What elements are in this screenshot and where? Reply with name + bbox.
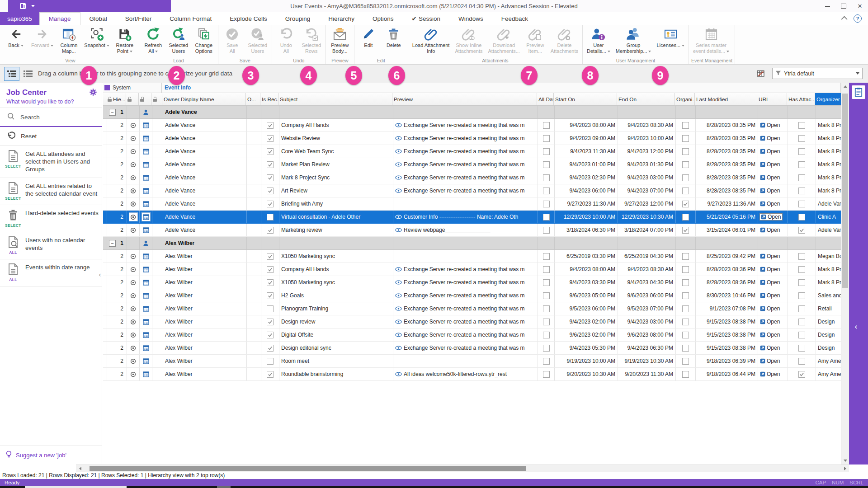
- checkbox-unchecked[interactable]: [798, 161, 805, 168]
- checkbox-unchecked[interactable]: [543, 371, 550, 378]
- vertical-scroll-thumb[interactable]: [842, 94, 848, 288]
- checkbox-checked[interactable]: [267, 122, 274, 129]
- checkbox-checked[interactable]: [267, 201, 274, 207]
- checkbox-unchecked[interactable]: [682, 253, 689, 260]
- checkbox-unchecked[interactable]: [682, 319, 689, 325]
- checkbox-unchecked[interactable]: [682, 174, 689, 181]
- checkbox-checked[interactable]: [267, 161, 274, 168]
- open-url-link[interactable]: Open: [760, 214, 782, 220]
- open-url-link[interactable]: Open: [760, 305, 780, 312]
- view-snapshot-button[interactable]: Snapshot: [81, 25, 112, 57]
- open-url-link[interactable]: Open: [760, 358, 780, 364]
- scroll-down-arrow[interactable]: [841, 457, 849, 465]
- checkbox-checked[interactable]: [267, 292, 274, 299]
- checkbox-unchecked[interactable]: [543, 253, 550, 260]
- checkbox-checked[interactable]: [267, 174, 274, 181]
- hierarchy-view-toggle[interactable]: [4, 67, 19, 81]
- checkbox-unchecked[interactable]: [798, 148, 805, 155]
- checkbox-unchecked[interactable]: [543, 148, 550, 155]
- checkbox-unchecked[interactable]: [543, 161, 550, 168]
- view-column-map-button[interactable]: ColumnMap...: [56, 25, 81, 57]
- panel-expand-icon[interactable]: ‹: [854, 322, 858, 331]
- select-all-corner[interactable]: [104, 85, 110, 90]
- collapse-ribbon-icon[interactable]: [841, 16, 848, 22]
- checkbox-checked[interactable]: [267, 253, 274, 260]
- attachments-download-attachments-button[interactable]: DownloadAttachments...: [486, 25, 523, 57]
- view-selector-dropdown[interactable]: Ytria default: [772, 68, 863, 79]
- checkbox-unchecked[interactable]: [798, 201, 805, 207]
- checkbox-checked[interactable]: [267, 279, 274, 286]
- open-url-link[interactable]: Open: [760, 161, 780, 168]
- checkbox-unchecked[interactable]: [543, 305, 550, 312]
- undo-selected-rows-button[interactable]: SelectedRows: [299, 25, 324, 57]
- job-item-users-with-no-calendar-events[interactable]: ALLUsers with no calendar events: [0, 232, 102, 259]
- checkbox-unchecked[interactable]: [798, 174, 805, 181]
- event-row[interactable]: 2Alex WilberPlanogram TrainingExchange S…: [103, 302, 841, 315]
- gear-icon[interactable]: [89, 88, 97, 96]
- tab-sapio365[interactable]: sapio365: [0, 12, 39, 25]
- col-header-organizer[interactable]: Organizer - N: [815, 93, 841, 105]
- user-management-user-details-button[interactable]: UserDetails...: [584, 25, 613, 57]
- checkbox-unchecked[interactable]: [798, 345, 805, 352]
- view-restore-point-button[interactable]: RestorePoint: [112, 25, 137, 57]
- suggest-job-button[interactable]: Suggest a new 'job': [0, 446, 102, 465]
- maximize-button[interactable]: [835, 0, 852, 12]
- tab-column-format[interactable]: Column Format: [160, 12, 221, 25]
- checkbox-unchecked[interactable]: [798, 122, 805, 129]
- view-forward-button[interactable]: Forward: [28, 25, 56, 57]
- checkbox-unchecked[interactable]: [682, 188, 689, 194]
- help-icon[interactable]: ?: [854, 14, 862, 23]
- col-header-preview[interactable]: Preview: [392, 93, 537, 105]
- checkbox-checked[interactable]: [798, 371, 805, 378]
- checkbox-unchecked[interactable]: [543, 292, 550, 299]
- tab-windows[interactable]: Windows: [449, 12, 492, 25]
- job-item-hard-delete-selected-events[interactable]: SELECTHard-delete selected events: [0, 205, 102, 232]
- load-selected-users-button[interactable]: SelectedUsers: [166, 25, 191, 57]
- tab-session[interactable]: ✔Session: [403, 12, 449, 25]
- user-management-licenses-button[interactable]: Licenses...: [654, 25, 687, 57]
- checkbox-unchecked[interactable]: [543, 279, 550, 286]
- open-url-link[interactable]: Open: [760, 135, 780, 141]
- qat-dropdown-icon[interactable]: [31, 5, 35, 7]
- checkbox-unchecked[interactable]: [682, 161, 689, 168]
- checkbox-unchecked[interactable]: [543, 201, 550, 207]
- save-save-all-button[interactable]: SaveAll: [220, 25, 245, 57]
- horizontal-scrollbar[interactable]: [0, 465, 868, 472]
- col-header-subject[interactable]: Subject: [278, 93, 392, 105]
- open-url-link[interactable]: Open: [760, 227, 780, 233]
- open-url-link[interactable]: Open: [760, 188, 780, 194]
- tab-options[interactable]: Options: [363, 12, 403, 25]
- col-header-owner[interactable]: Owner Display Name: [162, 93, 246, 105]
- col-header-organi[interactable]: Organi...: [675, 93, 695, 105]
- tab-hierarchy[interactable]: Hierarchy: [319, 12, 363, 25]
- open-url-link[interactable]: Open: [760, 279, 780, 286]
- col-header-icon2[interactable]: [139, 93, 151, 105]
- user-management-group-membership-button[interactable]: GroupMembership...: [613, 25, 654, 57]
- checkbox-checked[interactable]: [682, 201, 689, 207]
- scroll-up-arrow[interactable]: [841, 83, 849, 90]
- vertical-scrollbar[interactable]: [841, 83, 849, 465]
- checkbox-unchecked[interactable]: [682, 266, 689, 273]
- event-row[interactable]: 2Adele VanceCore Web Team SyncExchange S…: [103, 145, 841, 158]
- event-row[interactable]: 2Adele VanceBriefing with Amy9/27/2023 1…: [103, 197, 841, 211]
- checkbox-unchecked[interactable]: [682, 345, 689, 352]
- col-header-url[interactable]: URL: [757, 93, 787, 105]
- attachments-delete-attachments-button[interactable]: DeleteAttachments: [548, 25, 581, 57]
- checkbox-checked[interactable]: [267, 266, 274, 273]
- edit-delete-button[interactable]: Delete: [381, 25, 406, 57]
- open-url-link[interactable]: Open: [760, 122, 780, 128]
- checkbox-checked[interactable]: [267, 319, 274, 325]
- collapse-group-button[interactable]: −: [109, 240, 116, 247]
- event-row[interactable]: 2Alex WilberX1050 Marketing syncExchange…: [103, 276, 841, 289]
- checkbox-unchecked[interactable]: [682, 371, 689, 378]
- event-row[interactable]: 2Adele VanceVirtual consultation - Adele…: [103, 211, 841, 224]
- job-item-events-within-date-range[interactable]: ALLEvents within date range: [0, 259, 102, 286]
- checkbox-unchecked[interactable]: [543, 188, 550, 194]
- checkbox-unchecked[interactable]: [543, 266, 550, 273]
- event-row[interactable]: 2Adele VanceMark 8 Project SyncExchange …: [103, 171, 841, 184]
- checkbox-unchecked[interactable]: [682, 122, 689, 129]
- flat-view-toggle[interactable]: [20, 67, 36, 81]
- event-row[interactable]: 2Alex WilberCompany All HandsExchange Se…: [103, 263, 841, 276]
- tab-global[interactable]: Global: [80, 12, 116, 25]
- tab-manage[interactable]: Manage: [39, 12, 80, 25]
